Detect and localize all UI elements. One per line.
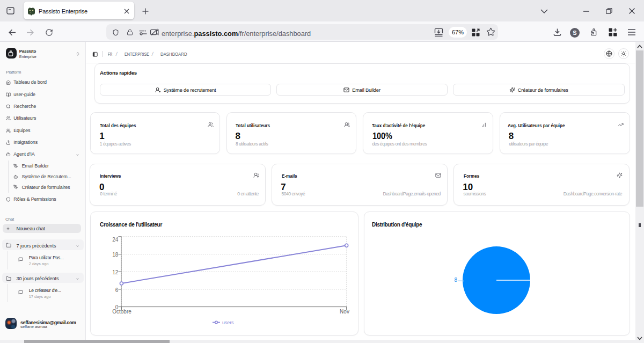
svg-text:12: 12 (112, 269, 119, 275)
svg-text:6: 6 (115, 287, 119, 293)
svg-text:8: 8 (454, 277, 457, 283)
svg-text:24: 24 (112, 237, 119, 243)
svg-text:18: 18 (112, 252, 119, 258)
svg-text:Octobre: Octobre (112, 309, 131, 315)
svg-text:Nov: Nov (340, 309, 349, 315)
svg-text:users: users (222, 320, 234, 325)
